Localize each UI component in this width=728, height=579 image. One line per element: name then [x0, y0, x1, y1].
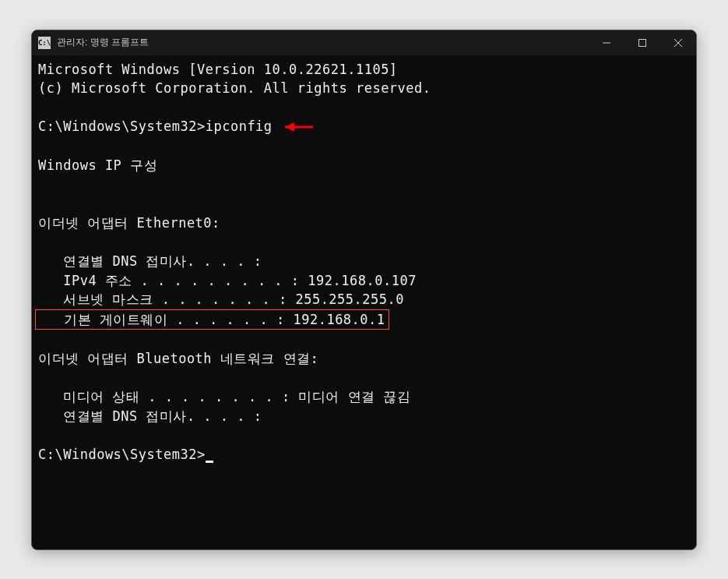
- terminal-output[interactable]: Microsoft Windows [Version 10.0.22621.11…: [32, 55, 696, 549]
- arrow-left-icon: [283, 120, 318, 134]
- svg-rect-0: [639, 39, 646, 46]
- subnet-line: 서브넷 마스크 . . . . . . . : 255.255.255.0: [38, 290, 690, 309]
- version-line: Microsoft Windows [Version 10.0.22621.11…: [38, 60, 690, 79]
- copyright-line: (c) Microsoft Corporation. All rights re…: [38, 79, 690, 98]
- gateway-highlight: 기본 게이트웨이 . . . . . . : 192.168.0.1: [35, 309, 389, 330]
- blank-line: [38, 330, 690, 349]
- blank-line: [38, 175, 690, 194]
- maximize-icon: [638, 39, 646, 47]
- blank-line: [38, 232, 690, 252]
- titlebar[interactable]: C:\ 관리자: 명령 프롬프트: [32, 30, 696, 55]
- close-icon: [674, 39, 682, 47]
- ip-config-header: Windows IP 구성: [38, 156, 690, 175]
- prompt-line: C:\Windows\System32>: [38, 445, 690, 464]
- prompt-text: C:\Windows\System32>: [38, 118, 206, 134]
- adapter-title: 이더넷 어댑터 Bluetooth 네트워크 연결:: [38, 349, 690, 369]
- ipv4-line: IPv4 주소 . . . . . . . . . : 192.168.0.10…: [38, 271, 690, 291]
- prompt-text: C:\Windows\System32>: [38, 447, 206, 462]
- dns-suffix-line: 연결별 DNS 접미사. . . . :: [38, 252, 690, 271]
- blank-line: [38, 194, 690, 214]
- media-state-line: 미디어 상태 . . . . . . . . : 미디어 연결 끊김: [38, 387, 690, 407]
- minimize-icon: [603, 39, 610, 47]
- gateway-line-wrapper: 기본 게이트웨이 . . . . . . : 192.168.0.1: [38, 309, 690, 330]
- terminal-window: C:\ 관리자: 명령 프롬프트 Microsoft Windows [Vers…: [31, 30, 697, 550]
- window-controls: [589, 30, 696, 55]
- adapter-title: 이더넷 어댑터 Ethernet0:: [38, 214, 690, 233]
- minimize-button[interactable]: [589, 30, 624, 55]
- blank-line: [38, 426, 690, 446]
- dns-suffix-line: 연결별 DNS 접미사. . . . :: [38, 407, 690, 426]
- command-line: C:\Windows\System32>ipconfig: [38, 117, 690, 136]
- blank-line: [38, 98, 690, 118]
- maximize-button[interactable]: [624, 30, 660, 55]
- close-button[interactable]: [660, 30, 696, 55]
- gateway-line: 기본 게이트웨이 . . . . . . : 192.168.0.1: [39, 312, 385, 327]
- blank-line: [38, 369, 690, 388]
- app-icon: C:\: [38, 37, 51, 49]
- arrow-annotation: [283, 120, 318, 134]
- command-text: ipconfig: [206, 118, 273, 134]
- blank-line: [38, 136, 690, 156]
- window-title: 관리자: 명령 프롬프트: [57, 36, 589, 49]
- cursor: [206, 461, 213, 463]
